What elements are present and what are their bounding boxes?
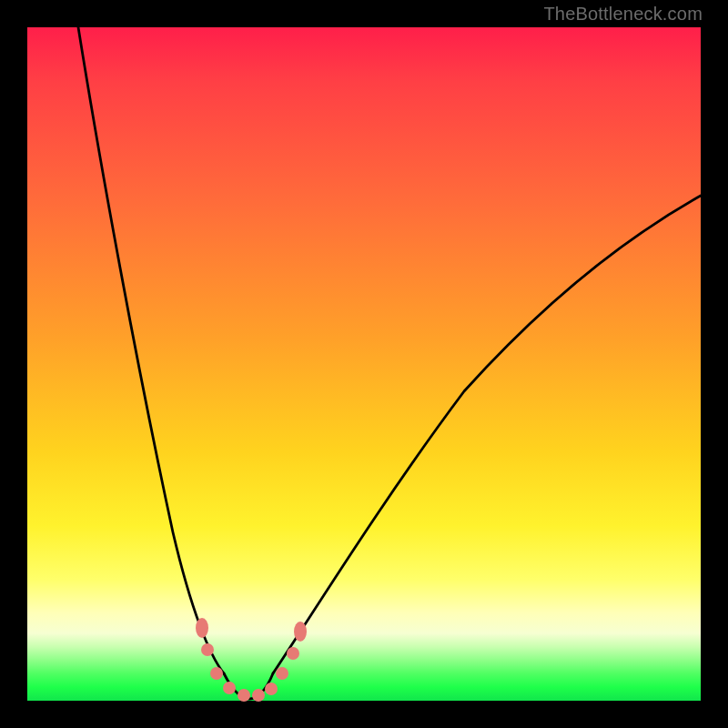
markers-group (196, 618, 307, 702)
marker-dot (287, 647, 299, 660)
marker-dot (196, 618, 208, 638)
marker-dot (276, 667, 288, 680)
marker-dot (265, 682, 278, 695)
marker-dot (238, 689, 250, 702)
chart-frame: TheBottleneck.com (0, 0, 728, 728)
marker-dot (210, 667, 223, 680)
marker-dot (223, 682, 236, 694)
watermark-text: TheBottleneck.com (543, 4, 703, 25)
marker-dot (294, 622, 307, 642)
marker-dot (201, 643, 214, 656)
plot-area (27, 27, 701, 701)
chart-svg (27, 27, 701, 701)
curve-right-branch (273, 196, 701, 673)
curve-left-branch (78, 27, 224, 673)
marker-dot (252, 689, 265, 702)
